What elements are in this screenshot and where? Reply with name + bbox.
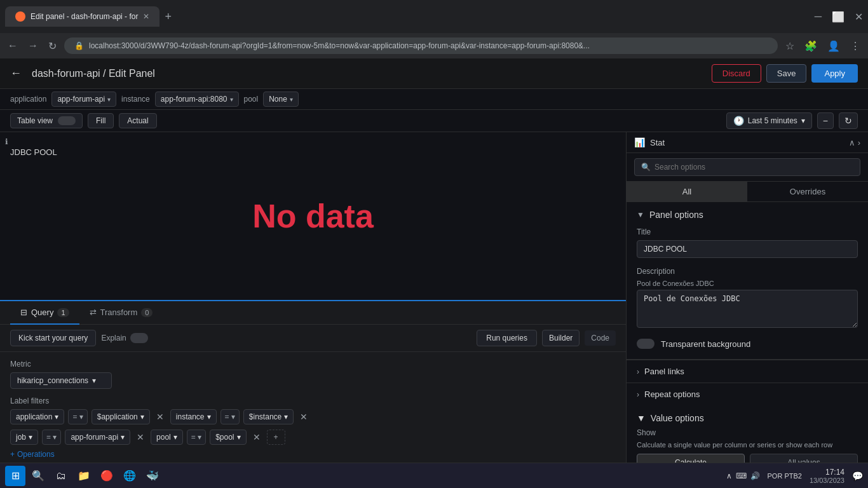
query-tab-label: Query <box>31 308 53 317</box>
active-tab[interactable]: Edit panel - dash-forum-api - for ✕ <box>5 6 159 27</box>
search-input[interactable] <box>654 163 853 172</box>
title-input[interactable] <box>637 240 858 258</box>
start-button[interactable]: ⊞ <box>5 466 25 486</box>
taskbar-files[interactable]: 📁 <box>74 466 94 486</box>
menu-icon[interactable]: ⋮ <box>848 37 863 55</box>
panel-options-title: Panel options <box>649 210 703 220</box>
main-layout: ℹ JDBC POOL No data ⊟ Query 1 ⇄ Transfor… <box>0 132 868 485</box>
apply-button[interactable]: Apply <box>811 64 858 83</box>
search-input-wrapper[interactable]: 🔍 <box>634 158 860 176</box>
filter-op-chevron: ▾ <box>79 412 83 421</box>
fill-button[interactable]: Fill <box>88 113 114 128</box>
systray-up-arrow[interactable]: ∧ <box>726 471 732 480</box>
pool-var-select[interactable]: None ▾ <box>263 92 299 107</box>
table-view-toggle[interactable]: Table view <box>10 113 83 128</box>
taskbar-search[interactable]: 🔍 <box>28 466 48 486</box>
filter-key-application[interactable]: application ▾ <box>10 409 64 424</box>
filter-key-chevron: ▾ <box>55 412 58 421</box>
add-operation-button[interactable]: + Operations <box>10 450 55 459</box>
taskbar-docker[interactable]: 🐳 <box>142 466 163 486</box>
back-button[interactable]: ← <box>5 37 20 54</box>
filter-op-3[interactable]: = ▾ <box>42 430 61 445</box>
back-to-dashboard-button[interactable]: ← <box>10 67 22 80</box>
description-textarea[interactable]: Pool de Conexões JDBC <box>637 290 858 328</box>
address-bar[interactable]: 🔒 localhost:3000/d/3WW790-4z/dash-forum-… <box>64 37 778 54</box>
refresh-button[interactable]: ↻ <box>839 112 858 129</box>
kick-start-button[interactable]: Kick start your query <box>10 330 96 346</box>
start-icon: ⊞ <box>11 470 20 482</box>
filter-value-instance[interactable]: $instance ▾ <box>243 409 294 424</box>
language-indicator: POR PTB2 <box>768 472 802 480</box>
transform-tab-label: Transform <box>100 308 138 317</box>
profile-icon[interactable]: 👤 <box>825 37 843 55</box>
builder-button[interactable]: Builder <box>542 330 580 346</box>
actual-button[interactable]: Actual <box>119 113 156 128</box>
filter-key-pool[interactable]: pool ▾ <box>151 430 183 445</box>
repeat-options-chevron: › <box>637 390 639 399</box>
filter-value-job[interactable]: app-forum-api ▾ <box>65 430 130 445</box>
notification-icon[interactable]: 💬 <box>852 471 863 481</box>
value-options-chevron: ▼ <box>637 413 646 423</box>
tab-transform[interactable]: ⇄ Transform 0 <box>79 301 163 325</box>
table-view-switch[interactable] <box>58 116 76 125</box>
taskbar-task-view[interactable]: 🗂 <box>51 466 71 486</box>
filter-row-1: application ▾ = ▾ $application ▾ ✕ insta… <box>10 409 616 424</box>
panel-links-item[interactable]: › Panel links <box>627 360 868 383</box>
time-range-picker[interactable]: 🕐 Last 5 minutes ▾ <box>726 112 812 129</box>
filter-key2-chevron: ▾ <box>207 412 211 421</box>
filter-remove-3[interactable]: ✕ <box>134 431 147 444</box>
close-button[interactable]: ✕ <box>855 11 863 23</box>
filter-key-instance[interactable]: instance ▾ <box>170 409 217 424</box>
filter-key3-chevron: ▾ <box>29 433 32 442</box>
panel-type-expand[interactable]: ∧ › <box>849 138 860 147</box>
save-button[interactable]: Save <box>766 64 807 83</box>
favicon-icon <box>15 11 25 22</box>
zoom-out-button[interactable]: − <box>817 112 834 129</box>
filter-value-pool[interactable]: $pool ▾ <box>210 430 246 445</box>
filter-remove-2[interactable]: ✕ <box>297 410 310 423</box>
run-queries-button[interactable]: Run queries <box>477 330 537 346</box>
panel-options-header[interactable]: ▼ Panel options <box>627 202 868 227</box>
extensions-icon[interactable]: 🧩 <box>802 37 820 55</box>
panel-options-section: ▼ Panel options Title Description Pool d… <box>627 202 868 360</box>
value-options-desc: Calculate a single value per column or s… <box>637 441 858 449</box>
maximize-button[interactable]: ⬜ <box>832 11 844 23</box>
repeat-options-item[interactable]: › Repeat options <box>627 383 868 405</box>
minimize-button[interactable]: ─ <box>815 11 822 22</box>
filter-key-job[interactable]: job ▾ <box>10 430 38 445</box>
tab-bar: Edit panel - dash-forum-api - for ✕ + <box>5 6 172 27</box>
taskbar-browser-firefox[interactable]: 🔴 <box>97 466 117 486</box>
transparent-bg-toggle[interactable] <box>637 339 654 349</box>
tab-query[interactable]: ⊟ Query 1 <box>10 301 79 325</box>
taskbar-browser-chrome[interactable]: 🌐 <box>119 466 140 486</box>
filter-val2-chevron: ▾ <box>284 412 288 421</box>
filter-remove-4[interactable]: ✕ <box>250 431 263 444</box>
application-var-value: app-forum-api <box>57 95 105 104</box>
filter-op-2[interactable]: = ▾ <box>220 409 240 424</box>
systray-volume[interactable]: 🔊 <box>750 471 760 480</box>
filter-op-4[interactable]: = ▾ <box>187 430 206 445</box>
application-var-select[interactable]: app-forum-api ▾ <box>51 92 116 107</box>
discard-button[interactable]: Discard <box>712 64 761 83</box>
tab-all[interactable]: All <box>627 182 747 201</box>
bookmark-icon[interactable]: ☆ <box>783 37 797 55</box>
forward-button[interactable]: → <box>25 37 41 54</box>
code-button[interactable]: Code <box>585 330 616 346</box>
add-filter-button[interactable]: + <box>267 430 285 445</box>
explain-switch[interactable] <box>130 333 148 343</box>
tab-overrides[interactable]: Overrides <box>747 182 868 201</box>
application-var-chevron: ▾ <box>107 96 111 103</box>
stat-icon: 📊 <box>634 137 645 147</box>
tab-title: Edit panel - dash-forum-api - for <box>31 12 138 21</box>
metric-select[interactable]: hikaricp_connections ▾ <box>10 372 112 389</box>
lang-text: POR PTB2 <box>768 472 802 480</box>
filter-value-application[interactable]: $application ▾ <box>92 409 150 424</box>
reload-button[interactable]: ↻ <box>46 37 59 55</box>
filter-remove-1[interactable]: ✕ <box>154 410 166 423</box>
instance-var-label: instance <box>121 95 150 104</box>
taskbar: ⊞ 🔍 🗂 📁 🔴 🌐 🐳 ∧ ⌨ 🔊 POR PTB2 17:14 13/03… <box>0 463 868 488</box>
close-tab-icon[interactable]: ✕ <box>143 12 149 21</box>
instance-var-select[interactable]: app-forum-api:8080 ▾ <box>155 92 239 107</box>
new-tab-button[interactable]: + <box>165 10 172 24</box>
filter-op-1[interactable]: = ▾ <box>68 409 87 424</box>
